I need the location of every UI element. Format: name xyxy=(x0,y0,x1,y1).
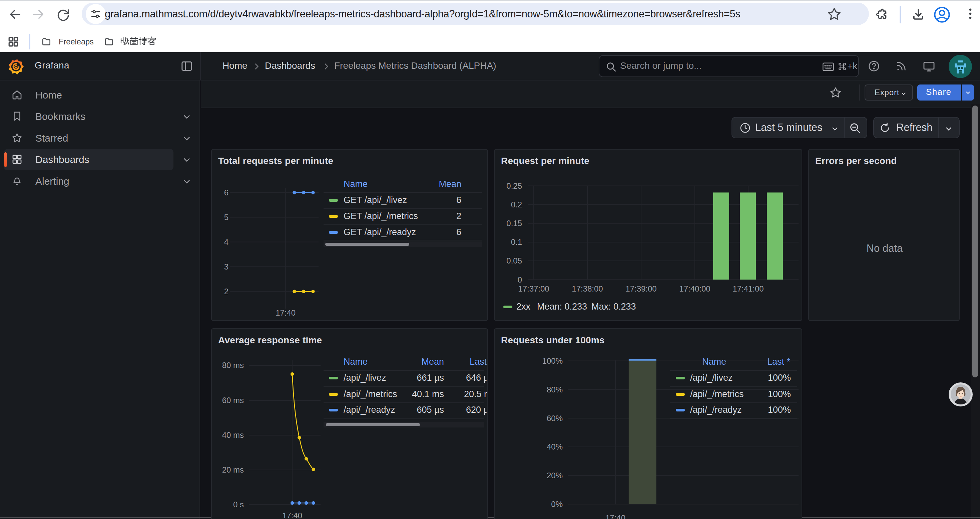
svg-text:20%: 20% xyxy=(547,471,563,480)
svg-text:17:39:00: 17:39:00 xyxy=(625,284,657,293)
svg-text:0.2: 0.2 xyxy=(511,200,522,209)
svg-text:80 ms: 80 ms xyxy=(222,361,244,370)
svg-text:17:40: 17:40 xyxy=(275,308,296,317)
svg-text:40%: 40% xyxy=(547,442,563,451)
svg-text:0: 0 xyxy=(518,275,522,284)
svg-text:40 ms: 40 ms xyxy=(222,431,244,439)
svg-text:0.15: 0.15 xyxy=(506,219,522,228)
svg-text:0.25: 0.25 xyxy=(506,181,522,190)
svg-text:3: 3 xyxy=(224,262,229,271)
svg-text:100%: 100% xyxy=(542,356,563,366)
svg-text:17:41:00: 17:41:00 xyxy=(732,284,764,293)
svg-text:17:37:00: 17:37:00 xyxy=(518,284,549,293)
svg-text:4: 4 xyxy=(224,238,229,246)
svg-text:0.1: 0.1 xyxy=(511,238,522,246)
svg-text:17:40: 17:40 xyxy=(605,513,625,519)
svg-text:0 s: 0 s xyxy=(233,500,244,509)
svg-text:17:40:00: 17:40:00 xyxy=(679,284,710,293)
svg-text:5: 5 xyxy=(224,213,229,222)
svg-text:20 ms: 20 ms xyxy=(222,465,244,474)
svg-text:17:38:00: 17:38:00 xyxy=(572,284,603,293)
svg-text:0%: 0% xyxy=(551,500,563,509)
svg-text:60%: 60% xyxy=(547,414,563,423)
svg-text:60 ms: 60 ms xyxy=(222,396,244,405)
svg-text:80%: 80% xyxy=(547,385,563,394)
svg-text:2: 2 xyxy=(224,287,229,296)
svg-text:6: 6 xyxy=(224,188,229,197)
svg-text:0.05: 0.05 xyxy=(506,256,522,265)
svg-text:17:40: 17:40 xyxy=(282,511,302,519)
